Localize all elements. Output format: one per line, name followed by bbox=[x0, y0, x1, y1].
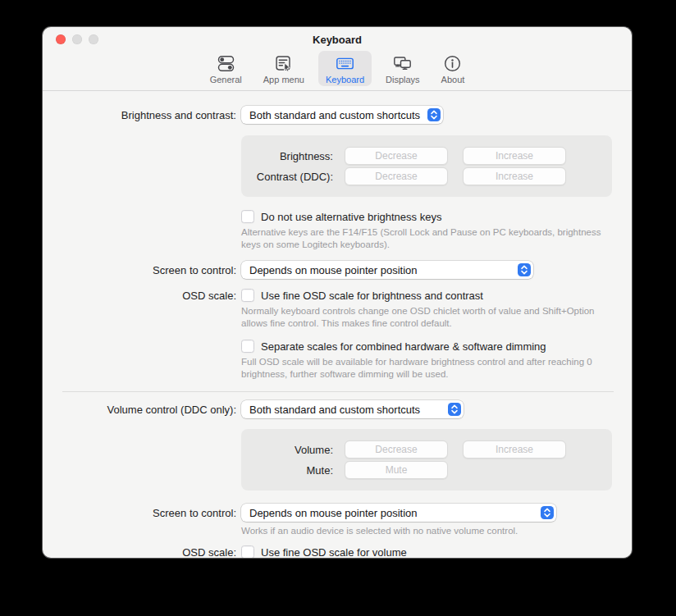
alt-keys-checkbox-row: Do not use alternative brightness keys bbox=[241, 210, 614, 223]
section-divider bbox=[62, 391, 614, 392]
volume-mode-select[interactable]: Both standard and custom shortcuts bbox=[241, 400, 464, 418]
tab-about-label: About bbox=[441, 75, 465, 84]
brightness-osd-checkbox-label: Use fine OSD scale for brightness and co… bbox=[261, 290, 483, 302]
alt-keys-checkbox[interactable] bbox=[241, 210, 254, 223]
volume-shortcut-row: Volume: Decrease Increase bbox=[241, 440, 612, 459]
brightness-row-label: Brightness: bbox=[241, 150, 345, 162]
toggles-icon bbox=[216, 53, 236, 74]
brightness-osd-checkbox[interactable] bbox=[241, 289, 254, 302]
volume-screen-label: Screen to control: bbox=[62, 507, 241, 519]
mute-shortcut-row: Mute: Mute bbox=[241, 461, 612, 479]
separate-scales-checkbox-row: Separate scales for combined hardware & … bbox=[241, 340, 614, 353]
tab-general-label: General bbox=[210, 75, 242, 84]
volume-screen-select[interactable]: Depends on mouse pointer position bbox=[241, 504, 556, 522]
tab-displays[interactable]: Displays bbox=[378, 51, 427, 86]
displays-icon bbox=[392, 53, 413, 74]
brightness-screen-select[interactable]: Depends on mouse pointer position bbox=[241, 261, 533, 279]
toolbar: General App menu Keyboard bbox=[43, 48, 632, 91]
volume-screen-row: Screen to control: Depends on mouse poin… bbox=[62, 504, 614, 522]
volume-osd-label: OSD scale: bbox=[62, 546, 241, 559]
brightness-increase-field[interactable]: Increase bbox=[463, 147, 566, 165]
brightness-osd-help: Normally keyboard controls change one OS… bbox=[241, 305, 614, 330]
mute-field[interactable]: Mute bbox=[345, 461, 448, 479]
brightness-osd-checkbox-row: Use fine OSD scale for brightness and co… bbox=[241, 289, 483, 302]
volume-shortcuts-panel: Volume: Decrease Increase Mute: Mute bbox=[241, 429, 612, 491]
brightness-screen-label: Screen to control: bbox=[62, 264, 241, 276]
volume-row-label: Volume: bbox=[241, 444, 345, 456]
separate-scales-help: Full OSD scale will be available for har… bbox=[241, 356, 614, 381]
brightness-osd-row: OSD scale: Use fine OSD scale for bright… bbox=[62, 289, 614, 302]
brightness-osd-label: OSD scale: bbox=[62, 290, 241, 302]
separate-scales-checkbox-label: Separate scales for combined hardware & … bbox=[261, 340, 546, 353]
mute-row-label: Mute: bbox=[241, 464, 345, 477]
brightness-shortcut-row: Brightness: Decrease Increase bbox=[241, 147, 612, 165]
tab-displays-label: Displays bbox=[386, 75, 420, 84]
volume-osd-checkbox-row: Use fine OSD scale for volume bbox=[241, 545, 407, 558]
brightness-mode-label: Brightness and contrast: bbox=[62, 109, 241, 121]
popup-chevron-icon bbox=[427, 108, 441, 121]
popup-chevron-icon bbox=[541, 506, 554, 519]
volume-mode-label: Volume control (DDC only): bbox=[62, 404, 241, 416]
volume-mode-value: Both standard and custom shortcuts bbox=[249, 404, 441, 416]
alt-keys-checkbox-label: Do not use alternative brightness keys bbox=[261, 211, 441, 223]
volume-screen-value: Depends on mouse pointer position bbox=[249, 507, 534, 519]
brightness-mode-value: Both standard and custom shortcuts bbox=[249, 109, 421, 121]
preferences-window: Keyboard General App m bbox=[43, 27, 632, 558]
tab-app-menu[interactable]: App menu bbox=[256, 51, 312, 86]
title-bar: Keyboard bbox=[43, 27, 632, 48]
alt-keys-help: Alternative keys are the F14/F15 (Scroll… bbox=[241, 226, 614, 251]
popup-chevron-icon bbox=[518, 263, 531, 276]
brightness-decrease-field[interactable]: Decrease bbox=[345, 147, 448, 165]
tab-keyboard[interactable]: Keyboard bbox=[318, 51, 372, 86]
volume-osd-row: OSD scale: Use fine OSD scale for volume bbox=[62, 545, 614, 558]
info-icon bbox=[442, 53, 463, 74]
volume-mode-row: Volume control (DDC only): Both standard… bbox=[62, 400, 614, 418]
contrast-decrease-field[interactable]: Decrease bbox=[345, 167, 448, 185]
popup-chevron-icon bbox=[448, 403, 461, 416]
volume-decrease-field[interactable]: Decrease bbox=[345, 440, 448, 459]
volume-osd-checkbox[interactable] bbox=[241, 545, 254, 558]
tab-general[interactable]: General bbox=[203, 51, 249, 86]
contrast-shortcut-row: Contrast (DDC): Decrease Increase bbox=[241, 167, 612, 185]
brightness-mode-select[interactable]: Both standard and custom shortcuts bbox=[241, 106, 443, 124]
volume-osd-checkbox-label: Use fine OSD scale for volume bbox=[261, 546, 407, 559]
volume-screen-help: Works if an audio device is selected wit… bbox=[241, 525, 614, 537]
brightness-screen-value: Depends on mouse pointer position bbox=[249, 264, 511, 276]
separate-scales-checkbox[interactable] bbox=[241, 340, 254, 353]
brightness-mode-row: Brightness and contrast: Both standard a… bbox=[62, 106, 614, 124]
tab-app-menu-label: App menu bbox=[263, 75, 304, 84]
volume-increase-field[interactable]: Increase bbox=[463, 440, 566, 459]
contrast-row-label: Contrast (DDC): bbox=[241, 171, 345, 183]
contrast-increase-field[interactable]: Increase bbox=[463, 167, 566, 185]
window-title: Keyboard bbox=[43, 34, 632, 46]
tab-about[interactable]: About bbox=[434, 51, 473, 86]
keyboard-icon bbox=[335, 53, 355, 74]
brightness-shortcuts-panel: Brightness: Decrease Increase Contrast (… bbox=[241, 135, 612, 197]
tab-keyboard-label: Keyboard bbox=[326, 75, 364, 84]
menu-pointer-icon bbox=[273, 53, 294, 74]
brightness-screen-row: Screen to control: Depends on mouse poin… bbox=[62, 261, 614, 279]
keyboard-settings-pane: Brightness and contrast: Both standard a… bbox=[43, 106, 632, 558]
